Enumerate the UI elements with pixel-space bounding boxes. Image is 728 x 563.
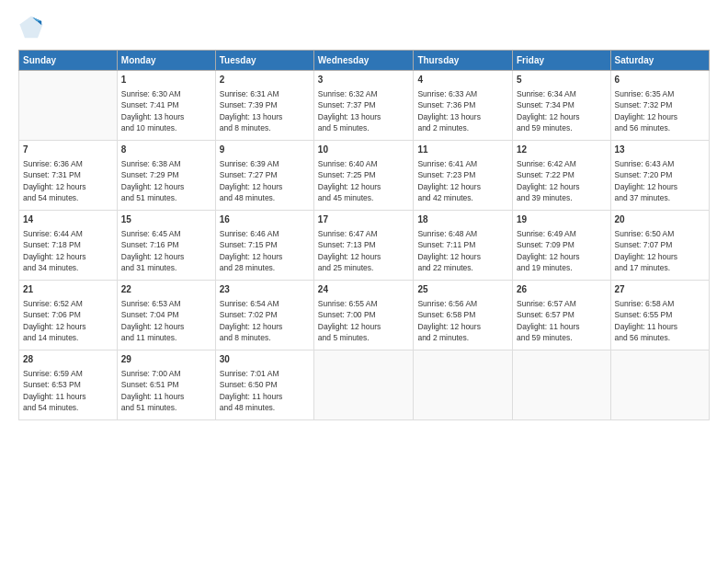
calendar-cell: 10Sunrise: 6:40 AM Sunset: 7:25 PM Dayli… xyxy=(313,141,414,211)
day-info: Sunrise: 6:55 AM Sunset: 7:00 PM Dayligh… xyxy=(318,298,410,343)
day-info: Sunrise: 6:33 AM Sunset: 7:36 PM Dayligh… xyxy=(417,88,508,133)
day-number: 23 xyxy=(220,283,310,296)
day-number: 14 xyxy=(23,213,113,226)
calendar-cell: 13Sunrise: 6:43 AM Sunset: 7:20 PM Dayli… xyxy=(610,141,709,211)
day-number: 25 xyxy=(417,283,508,296)
calendar-cell: 24Sunrise: 6:55 AM Sunset: 7:00 PM Dayli… xyxy=(313,281,414,350)
calendar-cell: 14Sunrise: 6:44 AM Sunset: 7:18 PM Dayli… xyxy=(19,211,118,281)
calendar-cell: 7Sunrise: 6:36 AM Sunset: 7:31 PM Daylig… xyxy=(19,141,118,211)
weekday-header-thursday: Thursday xyxy=(414,51,513,71)
weekday-header-tuesday: Tuesday xyxy=(215,51,313,71)
day-info: Sunrise: 6:34 AM Sunset: 7:34 PM Dayligh… xyxy=(517,88,607,133)
day-number: 5 xyxy=(517,74,607,86)
week-row-1: 1Sunrise: 6:30 AM Sunset: 7:41 PM Daylig… xyxy=(19,71,710,141)
calendar-cell: 27Sunrise: 6:58 AM Sunset: 6:55 PM Dayli… xyxy=(610,281,709,350)
day-number: 16 xyxy=(220,213,310,226)
day-info: Sunrise: 6:36 AM Sunset: 7:31 PM Dayligh… xyxy=(23,158,113,203)
weekday-header-sunday: Sunday xyxy=(19,51,118,71)
logo xyxy=(18,15,48,40)
day-number: 20 xyxy=(615,213,705,226)
day-info: Sunrise: 6:42 AM Sunset: 7:22 PM Dayligh… xyxy=(517,158,607,203)
day-number: 2 xyxy=(220,74,310,86)
page: SundayMondayTuesdayWednesdayThursdayFrid… xyxy=(0,0,728,563)
calendar-cell: 18Sunrise: 6:48 AM Sunset: 7:11 PM Dayli… xyxy=(414,211,513,281)
day-number: 30 xyxy=(220,353,310,366)
day-number: 18 xyxy=(417,213,508,226)
calendar-cell: 4Sunrise: 6:33 AM Sunset: 7:36 PM Daylig… xyxy=(414,71,513,141)
calendar-cell: 3Sunrise: 6:32 AM Sunset: 7:37 PM Daylig… xyxy=(313,71,414,141)
day-number: 9 xyxy=(220,144,310,156)
calendar-cell: 17Sunrise: 6:47 AM Sunset: 7:13 PM Dayli… xyxy=(313,211,414,281)
weekday-header-row: SundayMondayTuesdayWednesdayThursdayFrid… xyxy=(19,51,710,71)
calendar-cell: 2Sunrise: 6:31 AM Sunset: 7:39 PM Daylig… xyxy=(215,71,313,141)
day-number: 8 xyxy=(121,144,211,156)
day-info: Sunrise: 6:46 AM Sunset: 7:15 PM Dayligh… xyxy=(220,228,310,273)
calendar-cell: 15Sunrise: 6:45 AM Sunset: 7:16 PM Dayli… xyxy=(117,211,215,281)
day-number: 4 xyxy=(417,74,508,86)
calendar-cell: 30Sunrise: 7:01 AM Sunset: 6:50 PM Dayli… xyxy=(215,350,313,420)
calendar-cell: 16Sunrise: 6:46 AM Sunset: 7:15 PM Dayli… xyxy=(215,211,313,281)
svg-marker-0 xyxy=(19,16,42,38)
day-number: 22 xyxy=(121,283,211,296)
logo-icon xyxy=(18,15,44,40)
weekday-header-friday: Friday xyxy=(513,51,611,71)
day-number: 3 xyxy=(318,74,410,86)
calendar-cell: 21Sunrise: 6:52 AM Sunset: 7:06 PM Dayli… xyxy=(19,281,118,350)
calendar-cell: 26Sunrise: 6:57 AM Sunset: 6:57 PM Dayli… xyxy=(513,281,611,350)
day-info: Sunrise: 6:40 AM Sunset: 7:25 PM Dayligh… xyxy=(318,158,410,203)
day-info: Sunrise: 6:53 AM Sunset: 7:04 PM Dayligh… xyxy=(121,298,211,343)
weekday-header-monday: Monday xyxy=(117,51,215,71)
day-info: Sunrise: 6:31 AM Sunset: 7:39 PM Dayligh… xyxy=(220,88,310,133)
day-number: 21 xyxy=(23,283,113,296)
calendar-cell: 11Sunrise: 6:41 AM Sunset: 7:23 PM Dayli… xyxy=(414,141,513,211)
day-info: Sunrise: 6:35 AM Sunset: 7:32 PM Dayligh… xyxy=(615,88,705,133)
day-info: Sunrise: 6:57 AM Sunset: 6:57 PM Dayligh… xyxy=(517,298,607,343)
day-info: Sunrise: 6:45 AM Sunset: 7:16 PM Dayligh… xyxy=(121,228,211,273)
calendar-cell xyxy=(513,350,611,420)
calendar-cell xyxy=(610,350,709,420)
day-info: Sunrise: 6:48 AM Sunset: 7:11 PM Dayligh… xyxy=(417,228,508,273)
day-number: 17 xyxy=(318,213,410,226)
day-info: Sunrise: 6:56 AM Sunset: 6:58 PM Dayligh… xyxy=(417,298,508,343)
calendar-cell: 28Sunrise: 6:59 AM Sunset: 6:53 PM Dayli… xyxy=(19,350,118,420)
week-row-2: 7Sunrise: 6:36 AM Sunset: 7:31 PM Daylig… xyxy=(19,141,710,211)
day-info: Sunrise: 6:50 AM Sunset: 7:07 PM Dayligh… xyxy=(615,228,705,273)
calendar-cell xyxy=(313,350,414,420)
day-number: 6 xyxy=(615,74,705,86)
day-info: Sunrise: 6:38 AM Sunset: 7:29 PM Dayligh… xyxy=(121,158,211,203)
calendar-cell xyxy=(19,71,118,141)
calendar-cell: 20Sunrise: 6:50 AM Sunset: 7:07 PM Dayli… xyxy=(610,211,709,281)
day-info: Sunrise: 6:39 AM Sunset: 7:27 PM Dayligh… xyxy=(220,158,310,203)
day-number: 11 xyxy=(417,144,508,156)
day-number: 13 xyxy=(615,144,705,156)
day-number: 15 xyxy=(121,213,211,226)
day-number: 27 xyxy=(615,283,705,296)
day-info: Sunrise: 7:01 AM Sunset: 6:50 PM Dayligh… xyxy=(220,368,310,413)
day-info: Sunrise: 6:54 AM Sunset: 7:02 PM Dayligh… xyxy=(220,298,310,343)
week-row-3: 14Sunrise: 6:44 AM Sunset: 7:18 PM Dayli… xyxy=(19,211,710,281)
calendar-cell: 12Sunrise: 6:42 AM Sunset: 7:22 PM Dayli… xyxy=(513,141,611,211)
day-info: Sunrise: 6:41 AM Sunset: 7:23 PM Dayligh… xyxy=(417,158,508,203)
day-number: 10 xyxy=(318,144,410,156)
day-number: 19 xyxy=(517,213,607,226)
weekday-header-wednesday: Wednesday xyxy=(313,51,414,71)
day-info: Sunrise: 6:44 AM Sunset: 7:18 PM Dayligh… xyxy=(23,228,113,273)
day-number: 28 xyxy=(23,353,113,366)
week-row-5: 28Sunrise: 6:59 AM Sunset: 6:53 PM Dayli… xyxy=(19,350,710,420)
calendar-cell: 8Sunrise: 6:38 AM Sunset: 7:29 PM Daylig… xyxy=(117,141,215,211)
day-info: Sunrise: 6:58 AM Sunset: 6:55 PM Dayligh… xyxy=(615,298,705,343)
calendar-cell: 6Sunrise: 6:35 AM Sunset: 7:32 PM Daylig… xyxy=(610,71,709,141)
header xyxy=(18,15,710,40)
day-info: Sunrise: 6:30 AM Sunset: 7:41 PM Dayligh… xyxy=(121,88,211,133)
day-info: Sunrise: 6:49 AM Sunset: 7:09 PM Dayligh… xyxy=(517,228,607,273)
day-number: 26 xyxy=(517,283,607,296)
day-number: 24 xyxy=(318,283,410,296)
day-number: 29 xyxy=(121,353,211,366)
calendar-cell: 22Sunrise: 6:53 AM Sunset: 7:04 PM Dayli… xyxy=(117,281,215,350)
weekday-header-saturday: Saturday xyxy=(610,51,709,71)
calendar-cell: 23Sunrise: 6:54 AM Sunset: 7:02 PM Dayli… xyxy=(215,281,313,350)
day-info: Sunrise: 6:52 AM Sunset: 7:06 PM Dayligh… xyxy=(23,298,113,343)
day-number: 12 xyxy=(517,144,607,156)
day-number: 7 xyxy=(23,144,113,156)
day-number: 1 xyxy=(121,74,211,86)
